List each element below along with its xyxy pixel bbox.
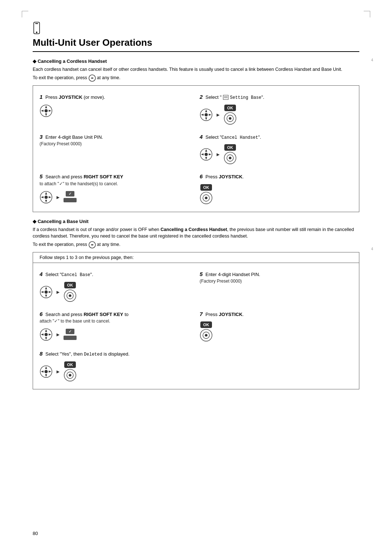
- joystick-icon-4b: [40, 285, 53, 299]
- svg-text:OK: OK: [203, 323, 209, 327]
- step-4b: 4 Select "Cancel Base". ►: [40, 268, 192, 304]
- svg-marker-26: [205, 157, 207, 160]
- svg-marker-25: [205, 149, 207, 152]
- svg-marker-61: [45, 337, 47, 340]
- step-6b: 6 Search and press RIGHT SOFT KEY to att…: [40, 308, 192, 344]
- side-mark-right-2: 4: [371, 247, 373, 251]
- ok-badge: OK: [224, 105, 236, 111]
- side-mark-right-1: 4: [371, 58, 373, 62]
- svg-marker-27: [201, 154, 204, 155]
- svg-marker-6: [45, 113, 47, 116]
- svg-point-2: [36, 32, 37, 33]
- step-1: 1 Press JOYSTICK (or move).: [40, 91, 192, 127]
- section1-instruction-box: 1 Press JOYSTICK (or move).: [33, 85, 359, 212]
- step-5b: 5 Enter 4-digit Handset PIN. (Factory Pr…: [200, 268, 352, 304]
- section2-instruction-box: 4 Select "Cancel Base". ►: [33, 263, 359, 389]
- svg-point-9: [45, 109, 48, 112]
- section2-title: Cancelling a Base Unit: [33, 219, 359, 224]
- check-key-group: ✓: [64, 191, 77, 203]
- section1-exit-line: To exit the operation, press at any time…: [33, 74, 359, 82]
- joystick-icon: [40, 104, 53, 117]
- step-3: 3 Enter 4-digit Base Unit PIN. (Factory …: [40, 131, 192, 167]
- svg-marker-50: [45, 295, 47, 297]
- svg-text:OK: OK: [227, 106, 233, 110]
- svg-marker-7: [41, 110, 44, 112]
- ok-button-group-8b: OK: [64, 361, 77, 382]
- svg-point-29: [205, 153, 208, 156]
- svg-rect-41: [64, 198, 77, 202]
- svg-point-53: [45, 290, 48, 293]
- joystick-ok-2: [224, 112, 237, 125]
- exit-button-icon-2: [89, 241, 96, 248]
- svg-marker-60: [45, 329, 47, 332]
- follow-steps-text: Follow steps 1 to 3 on the previous page…: [40, 255, 352, 260]
- ok-badge-8b: OK: [64, 361, 76, 368]
- svg-marker-39: [49, 196, 51, 198]
- svg-point-18: [205, 113, 208, 116]
- ok-badge-7b: OK: [200, 321, 212, 328]
- joystick-icon-8b: [40, 365, 53, 378]
- section-cancelling-handset: Cancelling a Cordless Handset Each cordl…: [33, 58, 359, 212]
- exit-button-icon: [89, 74, 96, 82]
- joystick-ok-4: [224, 151, 237, 165]
- svg-rect-65: [64, 336, 77, 340]
- svg-marker-75: [49, 370, 51, 372]
- svg-text:OK: OK: [203, 185, 209, 190]
- svg-marker-49: [45, 287, 47, 289]
- svg-marker-28: [209, 154, 211, 155]
- svg-marker-72: [45, 366, 47, 369]
- ok-button-group: OK: [224, 105, 237, 125]
- joystick-ok-4b: [64, 289, 77, 302]
- step-7b: 7 Press JOYSTICK. OK: [200, 308, 352, 344]
- ok-button-group-7b: OK: [200, 321, 213, 342]
- step-1-icons: [40, 104, 192, 117]
- soft-key-bar-6b: [64, 335, 77, 341]
- step-4: 4 Select "Cancel Handset". ►: [200, 131, 352, 167]
- section1-title: Cancelling a Cordless Handset: [33, 58, 359, 64]
- svg-rect-10: [223, 95, 228, 100]
- menu-icon: [223, 95, 229, 100]
- joystick-icon-5: [40, 191, 53, 204]
- svg-rect-1: [35, 23, 38, 24]
- svg-marker-38: [41, 196, 44, 198]
- page-title: Multi-Unit User Operations: [33, 37, 359, 52]
- joystick-icon-3: [200, 148, 213, 161]
- section2-body: If a cordless handset is out of range an…: [33, 226, 359, 240]
- svg-point-40: [45, 195, 48, 199]
- section-cancelling-base: Cancelling a Base Unit If a cordless han…: [33, 219, 359, 389]
- ok-badge-6: OK: [200, 184, 212, 191]
- svg-marker-74: [41, 370, 44, 372]
- section1-body1: Each cordless handset can cancel itself …: [33, 66, 359, 73]
- svg-marker-52: [49, 291, 51, 293]
- joystick-icon-2: [200, 108, 213, 121]
- svg-point-34: [229, 157, 231, 159]
- ok-button-group-6: OK: [200, 184, 213, 204]
- svg-marker-5: [45, 106, 47, 108]
- svg-text:OK: OK: [67, 283, 73, 287]
- ok-badge-4: OK: [224, 144, 236, 151]
- svg-text:OK: OK: [227, 145, 233, 150]
- section2-exit-line: To exit the operation, press at any time…: [33, 241, 359, 248]
- joystick-ok-7b: [200, 329, 213, 342]
- svg-marker-62: [41, 334, 44, 336]
- svg-point-64: [45, 333, 48, 336]
- ok-button-group-4: OK: [224, 144, 237, 165]
- svg-point-46: [205, 197, 207, 199]
- svg-marker-16: [201, 114, 204, 116]
- svg-point-70: [205, 334, 207, 336]
- page-number: 80: [33, 531, 38, 536]
- joystick-ok-6: [200, 191, 213, 204]
- svg-marker-17: [209, 114, 211, 116]
- svg-text:OK: OK: [67, 362, 73, 367]
- step-2: 2 Select " Setting Base".: [200, 91, 352, 127]
- phone-icon: [33, 22, 359, 34]
- check-key-group-6b: ✓: [64, 329, 77, 341]
- svg-marker-14: [205, 109, 207, 112]
- svg-marker-36: [45, 192, 47, 194]
- corner-mark-tr: [364, 11, 370, 17]
- svg-point-76: [45, 370, 48, 373]
- svg-marker-63: [49, 334, 51, 336]
- ok-button-group-4b: OK: [64, 282, 77, 302]
- step-5: 5 Search and press RIGHT SOFT KEY to att…: [40, 170, 192, 206]
- corner-mark-tl: [22, 11, 28, 17]
